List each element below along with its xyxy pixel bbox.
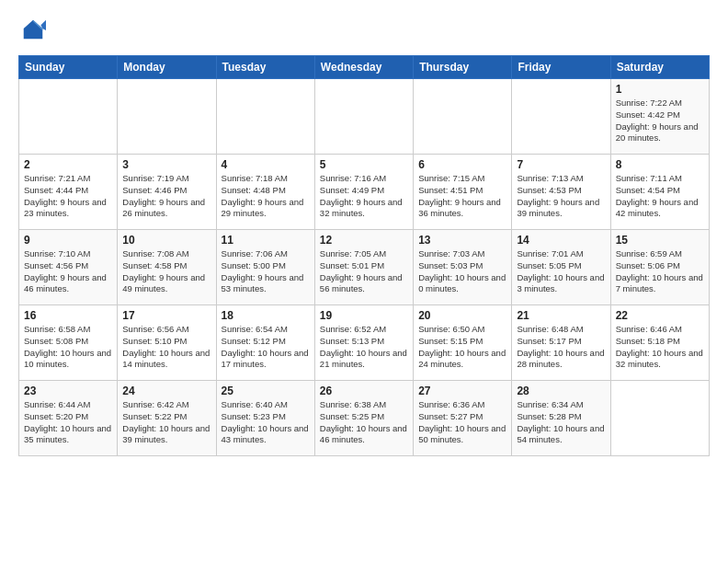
calendar-cell: 4Sunrise: 7:18 AM Sunset: 4:48 PM Daylig… <box>216 155 314 230</box>
calendar-cell <box>19 79 118 155</box>
calendar-cell: 1Sunrise: 7:22 AM Sunset: 4:42 PM Daylig… <box>610 79 709 155</box>
calendar-cell: 3Sunrise: 7:19 AM Sunset: 4:46 PM Daylig… <box>118 155 216 230</box>
calendar-cell: 19Sunrise: 6:52 AM Sunset: 5:13 PM Dayli… <box>314 305 413 381</box>
calendar-cell: 18Sunrise: 6:54 AM Sunset: 5:12 PM Dayli… <box>216 305 314 381</box>
calendar-cell: 9Sunrise: 7:10 AM Sunset: 4:56 PM Daylig… <box>19 230 118 305</box>
logo-icon <box>20 17 46 42</box>
day-info: Sunrise: 6:56 AM Sunset: 5:10 PM Dayligh… <box>122 324 210 371</box>
day-info: Sunrise: 7:01 AM Sunset: 5:05 PM Dayligh… <box>517 248 605 295</box>
calendar-cell <box>414 79 512 155</box>
day-number: 21 <box>517 309 605 322</box>
day-number: 4 <box>222 158 310 171</box>
calendar-cell <box>314 79 413 155</box>
calendar-cell: 15Sunrise: 6:59 AM Sunset: 5:06 PM Dayli… <box>610 230 709 305</box>
calendar-cell: 25Sunrise: 6:40 AM Sunset: 5:23 PM Dayli… <box>216 381 314 456</box>
day-number: 2 <box>24 158 112 171</box>
calendar-cell: 2Sunrise: 7:21 AM Sunset: 4:44 PM Daylig… <box>19 155 118 230</box>
day-number: 23 <box>24 385 112 397</box>
svg-marker-0 <box>24 20 43 40</box>
day-number: 11 <box>222 234 310 247</box>
header <box>18 17 710 46</box>
day-info: Sunrise: 6:44 AM Sunset: 5:20 PM Dayligh… <box>24 399 112 446</box>
day-info: Sunrise: 7:21 AM Sunset: 4:44 PM Dayligh… <box>24 173 112 220</box>
day-number: 20 <box>418 309 506 322</box>
calendar-cell: 23Sunrise: 6:44 AM Sunset: 5:20 PM Dayli… <box>19 381 118 456</box>
day-info: Sunrise: 6:52 AM Sunset: 5:13 PM Dayligh… <box>320 324 408 371</box>
calendar-cell: 24Sunrise: 6:42 AM Sunset: 5:22 PM Dayli… <box>118 381 216 456</box>
day-info: Sunrise: 7:03 AM Sunset: 5:03 PM Dayligh… <box>418 248 506 295</box>
day-number: 3 <box>122 158 210 171</box>
day-info: Sunrise: 7:06 AM Sunset: 5:00 PM Dayligh… <box>222 248 310 295</box>
calendar-cell: 7Sunrise: 7:13 AM Sunset: 4:53 PM Daylig… <box>512 155 610 230</box>
calendar-cell <box>610 381 709 456</box>
calendar-cell <box>216 79 314 155</box>
day-number: 9 <box>24 234 112 247</box>
day-info: Sunrise: 7:10 AM Sunset: 4:56 PM Dayligh… <box>24 248 112 295</box>
day-number: 24 <box>122 385 210 397</box>
day-number: 15 <box>616 234 704 247</box>
day-number: 18 <box>222 309 310 322</box>
day-number: 12 <box>320 234 408 247</box>
calendar-cell: 10Sunrise: 7:08 AM Sunset: 4:58 PM Dayli… <box>118 230 216 305</box>
day-info: Sunrise: 6:46 AM Sunset: 5:18 PM Dayligh… <box>616 324 704 371</box>
calendar-week-5: 23Sunrise: 6:44 AM Sunset: 5:20 PM Dayli… <box>19 381 710 456</box>
weekday-header-tuesday: Tuesday <box>216 56 314 79</box>
day-info: Sunrise: 7:08 AM Sunset: 4:58 PM Dayligh… <box>122 248 210 295</box>
calendar-cell <box>512 79 610 155</box>
calendar-cell <box>118 79 216 155</box>
day-number: 10 <box>122 234 210 247</box>
weekday-header-friday: Friday <box>512 56 610 79</box>
calendar-cell: 17Sunrise: 6:56 AM Sunset: 5:10 PM Dayli… <box>118 305 216 381</box>
day-info: Sunrise: 7:13 AM Sunset: 4:53 PM Dayligh… <box>517 173 605 220</box>
calendar-cell: 26Sunrise: 6:38 AM Sunset: 5:25 PM Dayli… <box>314 381 413 456</box>
calendar-cell: 28Sunrise: 6:34 AM Sunset: 5:28 PM Dayli… <box>512 381 610 456</box>
day-number: 13 <box>418 234 506 247</box>
calendar-cell: 12Sunrise: 7:05 AM Sunset: 5:01 PM Dayli… <box>314 230 413 305</box>
calendar-week-1: 1Sunrise: 7:22 AM Sunset: 4:42 PM Daylig… <box>19 79 710 155</box>
calendar-week-3: 9Sunrise: 7:10 AM Sunset: 4:56 PM Daylig… <box>19 230 710 305</box>
day-info: Sunrise: 7:19 AM Sunset: 4:46 PM Dayligh… <box>122 173 210 220</box>
page: SundayMondayTuesdayWednesdayThursdayFrid… <box>0 0 728 473</box>
calendar-cell: 11Sunrise: 7:06 AM Sunset: 5:00 PM Dayli… <box>216 230 314 305</box>
day-number: 8 <box>616 158 704 171</box>
day-info: Sunrise: 6:58 AM Sunset: 5:08 PM Dayligh… <box>24 324 112 371</box>
weekday-header-row: SundayMondayTuesdayWednesdayThursdayFrid… <box>19 56 710 79</box>
calendar-cell: 5Sunrise: 7:16 AM Sunset: 4:49 PM Daylig… <box>314 155 413 230</box>
day-info: Sunrise: 7:18 AM Sunset: 4:48 PM Dayligh… <box>222 173 310 220</box>
calendar-cell: 21Sunrise: 6:48 AM Sunset: 5:17 PM Dayli… <box>512 305 610 381</box>
day-info: Sunrise: 6:38 AM Sunset: 5:25 PM Dayligh… <box>320 399 408 446</box>
weekday-header-sunday: Sunday <box>19 56 118 79</box>
calendar-week-2: 2Sunrise: 7:21 AM Sunset: 4:44 PM Daylig… <box>19 155 710 230</box>
day-number: 25 <box>222 385 310 397</box>
day-number: 22 <box>616 309 704 322</box>
day-info: Sunrise: 6:42 AM Sunset: 5:22 PM Dayligh… <box>122 399 210 446</box>
day-number: 1 <box>616 83 704 96</box>
calendar-cell: 13Sunrise: 7:03 AM Sunset: 5:03 PM Dayli… <box>414 230 512 305</box>
weekday-header-saturday: Saturday <box>610 56 709 79</box>
calendar-cell: 8Sunrise: 7:11 AM Sunset: 4:54 PM Daylig… <box>610 155 709 230</box>
day-number: 17 <box>122 309 210 322</box>
day-info: Sunrise: 7:22 AM Sunset: 4:42 PM Dayligh… <box>616 98 704 144</box>
day-info: Sunrise: 6:34 AM Sunset: 5:28 PM Dayligh… <box>517 399 605 446</box>
calendar-table: SundayMondayTuesdayWednesdayThursdayFrid… <box>18 55 710 456</box>
calendar-cell: 16Sunrise: 6:58 AM Sunset: 5:08 PM Dayli… <box>19 305 118 381</box>
day-number: 26 <box>320 385 408 397</box>
weekday-header-monday: Monday <box>118 56 216 79</box>
day-number: 28 <box>517 385 605 397</box>
calendar-cell: 20Sunrise: 6:50 AM Sunset: 5:15 PM Dayli… <box>414 305 512 381</box>
weekday-header-thursday: Thursday <box>414 56 512 79</box>
calendar-cell: 22Sunrise: 6:46 AM Sunset: 5:18 PM Dayli… <box>610 305 709 381</box>
day-info: Sunrise: 6:36 AM Sunset: 5:27 PM Dayligh… <box>418 399 506 446</box>
day-info: Sunrise: 7:15 AM Sunset: 4:51 PM Dayligh… <box>418 173 506 220</box>
logo <box>18 17 46 46</box>
day-info: Sunrise: 6:50 AM Sunset: 5:15 PM Dayligh… <box>418 324 506 371</box>
day-info: Sunrise: 6:59 AM Sunset: 5:06 PM Dayligh… <box>616 248 704 295</box>
day-info: Sunrise: 7:05 AM Sunset: 5:01 PM Dayligh… <box>320 248 408 295</box>
day-number: 7 <box>517 158 605 171</box>
calendar-cell: 27Sunrise: 6:36 AM Sunset: 5:27 PM Dayli… <box>414 381 512 456</box>
calendar-cell: 14Sunrise: 7:01 AM Sunset: 5:05 PM Dayli… <box>512 230 610 305</box>
day-number: 14 <box>517 234 605 247</box>
day-number: 19 <box>320 309 408 322</box>
calendar-week-4: 16Sunrise: 6:58 AM Sunset: 5:08 PM Dayli… <box>19 305 710 381</box>
calendar-cell: 6Sunrise: 7:15 AM Sunset: 4:51 PM Daylig… <box>414 155 512 230</box>
